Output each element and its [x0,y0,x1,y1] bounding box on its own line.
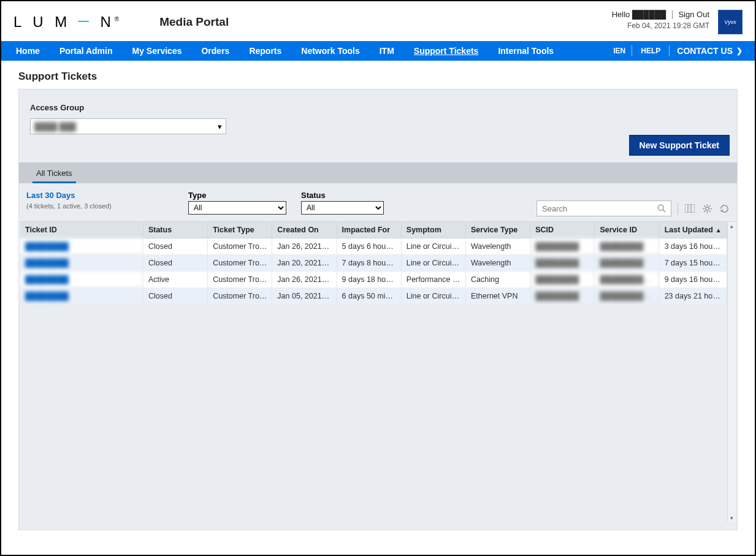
col-status[interactable]: Status [143,222,207,238]
table-cell: ████████ [595,238,659,255]
hello-user: ██████ [632,10,666,19]
col-symptom[interactable]: Symptom [401,222,465,238]
tab-all-tickets[interactable]: All Tickets [32,164,76,183]
columns-icon[interactable] [684,203,695,214]
type-filter-select[interactable]: All [188,201,286,215]
caret-down-icon: ▾ [218,122,222,131]
nav-help[interactable]: HELP [632,41,669,61]
table-cell: Line or Circuit D... [401,238,465,255]
table-cell: 3 days 16 hours... [659,238,727,255]
svg-point-5 [705,207,709,210]
scroll-up-icon[interactable]: ▴ [728,222,736,230]
table-cell: 7 days 8 hours ... [337,255,401,272]
new-support-ticket-button[interactable]: New Support Ticket [629,135,730,156]
col-last-updated[interactable]: Last Updated▲ [659,222,727,238]
table-cell: Jan 26, 2021 08... [272,238,337,255]
table-cell: Line or Circuit D... [401,288,465,305]
search-icon[interactable] [656,203,667,214]
table-cell: 5 days 6 hours ... [337,238,401,255]
table-cell: ████████ [595,255,659,272]
scroll-down-icon[interactable]: ▾ [728,514,736,522]
table-cell: Performance Pr... [401,272,465,288]
table-cell: ████████████ [595,272,659,288]
table-cell: ████████ [530,255,595,272]
svg-point-0 [658,205,663,210]
table-cell: ██████████████ [595,288,659,305]
table-cell: ████████ [530,288,595,305]
search-box[interactable] [536,200,671,216]
date-range-link[interactable]: Last 30 Days [26,191,174,200]
nav-ien[interactable]: IEN [607,41,632,61]
chevron-right-icon: ❯ [736,47,743,55]
table-cell: Jan 26, 2021 01:... [272,272,337,288]
date-range-summary: (4 tickets, 1 active, 3 closed) [26,202,174,210]
nav-contact-us[interactable]: CONTACT US ❯ [670,46,750,56]
toolbar-separator [678,202,678,215]
table-cell: ████████ [20,288,143,305]
gear-icon[interactable] [701,203,712,214]
svg-rect-2 [685,204,695,213]
table-row[interactable]: ████████ClosedCustomer TroubleJan 26, 20… [20,238,727,255]
table-row[interactable]: ████████ClosedCustomer TroubleJan 20, 20… [20,255,727,272]
table-cell: ████████ [20,272,143,288]
svg-line-13 [709,205,710,207]
table-cell: 23 days 21 hour... [659,288,727,305]
table-cell: Jan 05, 2021 08... [272,288,337,305]
nav-support-tickets[interactable]: Support Tickets [404,41,489,61]
table-row[interactable]: ████████ActiveCustomer TroubleJan 26, 20… [20,272,727,288]
access-group-label: Access Group [19,89,737,116]
nav-itm[interactable]: ITM [370,41,404,61]
table-cell: 7 days 15 hours ... [659,255,727,272]
status-filter-label: Status [301,191,384,200]
nav-network-tools[interactable]: Network Tools [291,41,369,61]
portal-title: Media Portal [159,15,229,29]
col-ticket-id[interactable]: Ticket ID [20,222,143,238]
col-created-on[interactable]: Created On [272,222,337,238]
table-cell: Customer Trouble [208,272,272,288]
svg-line-10 [704,205,705,207]
tab-bar: All Tickets [19,162,737,183]
vertical-scrollbar[interactable]: ▴ ▾ [727,222,736,522]
table-cell: Customer Trouble [208,255,272,272]
table-cell: Wavelength [466,255,530,272]
table-cell: Closed [143,255,207,272]
nav-home[interactable]: Home [6,41,50,61]
table-cell: Customer Trouble [208,288,272,305]
col-service-type[interactable]: Service Type [466,222,530,238]
sort-asc-icon: ▲ [716,227,722,234]
col-impacted-for[interactable]: Impacted For [337,222,401,238]
svg-line-1 [663,210,665,212]
table-cell: Line or Circuit D... [401,255,465,272]
nav-my-services[interactable]: My Services [123,41,192,61]
header-timestamp: Feb 04, 2021 19:28 GMT [612,21,709,30]
table-cell: ████████ [530,238,595,255]
nav-orders[interactable]: Orders [191,41,239,61]
page-title: Support Tickets [1,61,755,89]
divider [672,10,673,19]
col-scid[interactable]: SCID [530,222,595,238]
table-row[interactable]: ████████ClosedCustomer TroubleJan 05, 20… [20,288,727,305]
nav-internal-tools[interactable]: Internal Tools [488,41,563,61]
status-filter-select[interactable]: All [301,201,384,215]
refresh-icon[interactable] [719,203,730,214]
col-service-id[interactable]: Service ID [595,222,659,238]
signout-link[interactable]: Sign Out [678,10,709,19]
access-group-value: ████ ███ [34,122,76,131]
hello-label: Hello [612,10,630,19]
access-group-select[interactable]: ████ ███ ▾ [30,118,226,134]
main-nav: Home Portal Admin My Services Orders Rep… [1,41,755,61]
nav-portal-admin[interactable]: Portal Admin [50,41,123,61]
svg-line-11 [709,210,710,211]
svg-line-12 [704,210,705,211]
tickets-table: Ticket ID Status Ticket Type Created On … [20,222,727,305]
table-cell: Jan 20, 2021 07... [272,255,337,272]
table-cell: 6 days 50 minut... [337,288,401,305]
table-cell: ████████ [530,272,595,288]
nav-reports[interactable]: Reports [239,41,291,61]
col-ticket-type[interactable]: Ticket Type [208,222,272,238]
content-panel: Access Group ████ ███ ▾ New Support Tick… [18,89,738,530]
contact-us-label: CONTACT US [677,46,733,56]
search-input[interactable] [541,204,656,214]
table-cell: 9 days 16 hours... [659,272,727,288]
vyvx-logo: Vyvx [718,10,743,34]
